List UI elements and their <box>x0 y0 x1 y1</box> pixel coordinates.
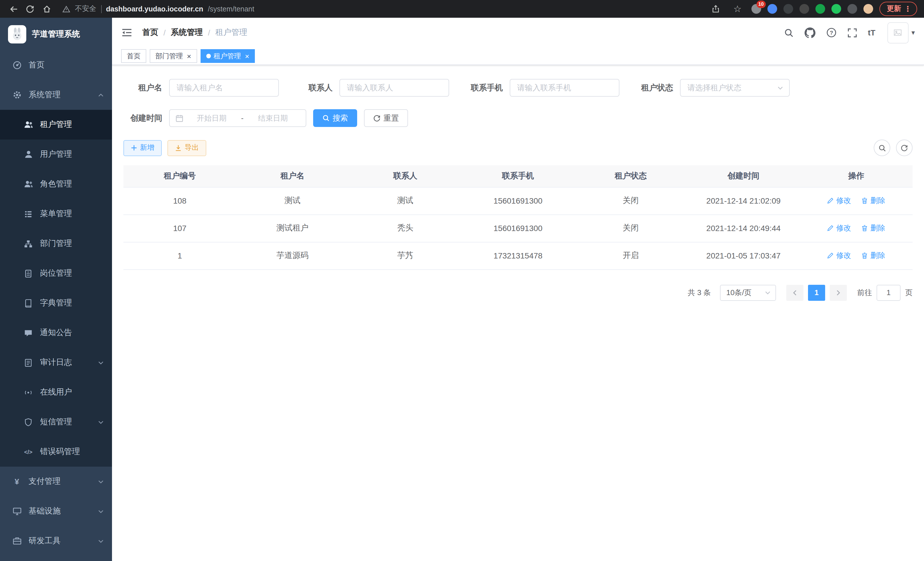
browser-actions: ☆ 10 更新 ⋮ <box>708 1 918 17</box>
edit-button[interactable]: 修改 <box>827 223 851 233</box>
close-icon[interactable]: × <box>187 52 191 60</box>
column-contact: 联系人 <box>349 165 462 187</box>
caret-down-icon: ▾ <box>911 29 915 37</box>
sidebar-item-role-management[interactable]: 角色管理 <box>0 169 112 199</box>
extension-icon[interactable] <box>831 4 841 14</box>
tree-table-icon <box>23 209 33 219</box>
cell-phone: 15601691300 <box>462 187 574 214</box>
prev-page-button[interactable] <box>786 284 803 301</box>
page-size-select[interactable]: 10条/页 <box>720 284 776 301</box>
delete-button[interactable]: 删除 <box>861 196 885 206</box>
export-button[interactable]: 导出 <box>167 140 206 156</box>
github-icon[interactable] <box>805 27 816 38</box>
sidebar-item-user-management[interactable]: 用户管理 <box>0 140 112 169</box>
page-unit-label: 页 <box>905 287 913 298</box>
active-tab-dot <box>206 54 211 58</box>
avatar <box>887 22 909 43</box>
sidebar-item-dev-tools[interactable]: 研发工具 <box>0 526 112 556</box>
tenant-name-input[interactable] <box>169 79 279 97</box>
sidebar-item-audit-log[interactable]: 审计日志 <box>0 348 112 378</box>
breadcrumb-tenant-management: 租户管理 <box>215 27 248 38</box>
extension-icon[interactable]: 10 <box>752 4 761 14</box>
page-number-button[interactable]: 1 <box>808 284 825 301</box>
sidebar-item-dept-management[interactable]: 部门管理 <box>0 229 112 259</box>
sidebar-item-dict-management[interactable]: 字典管理 <box>0 288 112 318</box>
breadcrumb-home[interactable]: 首页 <box>142 27 158 38</box>
next-page-button[interactable] <box>830 284 847 301</box>
home-icon[interactable] <box>39 1 54 17</box>
help-icon[interactable]: ? <box>826 27 837 38</box>
plus-icon <box>131 145 137 151</box>
update-button[interactable]: 更新 ⋮ <box>879 2 917 16</box>
chevron-down-icon <box>98 538 104 544</box>
sidebar-item-tenant-management[interactable]: 租户管理 <box>0 110 112 140</box>
chevron-down-icon <box>98 478 104 485</box>
goto-page-input[interactable] <box>877 284 901 301</box>
extension-icon[interactable] <box>767 4 777 14</box>
edit-button[interactable]: 修改 <box>827 196 851 206</box>
sidebar-item-infrastructure[interactable]: 基础设施 <box>0 496 112 526</box>
table-toolbar: 新增 导出 <box>123 140 913 156</box>
chevron-left-icon <box>791 289 798 296</box>
cell-tenant-name: 测试租户 <box>236 214 349 242</box>
extension-puzzle-icon[interactable] <box>848 4 857 14</box>
table-row: 107 测试租户 秃头 15601691300 关闭 2021-12-14 20… <box>123 214 913 242</box>
reset-button[interactable]: 重置 <box>364 109 408 127</box>
sidebar-toggle-icon[interactable] <box>121 26 134 39</box>
cell-phone: 15601691300 <box>462 214 574 242</box>
code-icon: </> <box>23 447 33 457</box>
toggle-search-button[interactable] <box>874 140 890 156</box>
sidebar-item-payment-management[interactable]: ¥ 支付管理 <box>0 467 112 496</box>
sidebar-item-online-users[interactable]: 在线用户 <box>0 378 112 407</box>
date-range-picker[interactable]: 开始日期 - 结束日期 <box>169 109 306 127</box>
sidebar-item-notice[interactable]: 通知公告 <box>0 318 112 348</box>
browser-menu-icon[interactable]: ⋮ <box>904 5 911 13</box>
refresh-table-button[interactable] <box>896 140 913 156</box>
search-button[interactable]: 搜索 <box>313 109 357 127</box>
address-bar[interactable]: 不安全 dashboard.yudao.iocoder.cn/system/te… <box>62 4 707 14</box>
sidebar-item-menu-management[interactable]: 菜单管理 <box>0 199 112 229</box>
sidebar-item-post-management[interactable]: 岗位管理 <box>0 259 112 288</box>
tab-tenant-management[interactable]: 租户管理 × <box>200 49 255 63</box>
trash-icon <box>861 252 868 259</box>
delete-button[interactable]: 删除 <box>861 223 885 233</box>
cell-tenant-id: 107 <box>123 214 236 242</box>
delete-button[interactable]: 删除 <box>861 250 885 261</box>
filter-row-1: 租户名 联系人 联系手机 租户状态 请选择租户状态 <box>123 79 913 97</box>
phone-input[interactable] <box>510 79 620 97</box>
close-icon[interactable]: × <box>245 52 249 60</box>
sidebar-item-home[interactable]: 首页 <box>0 50 112 80</box>
chevron-down-icon <box>765 289 771 296</box>
back-icon[interactable] <box>6 1 21 17</box>
signal-icon <box>23 387 33 397</box>
search-icon[interactable] <box>783 27 795 38</box>
contact-input[interactable] <box>339 79 449 97</box>
edit-button[interactable]: 修改 <box>827 250 851 261</box>
reload-icon[interactable] <box>22 1 38 17</box>
tab-home[interactable]: 首页 <box>121 49 146 63</box>
share-icon[interactable] <box>708 1 723 17</box>
date-end-placeholder: 结束日期 <box>246 113 300 123</box>
font-size-icon[interactable]: tT <box>868 27 875 38</box>
profile-avatar[interactable] <box>863 4 873 14</box>
bookmark-star-icon[interactable]: ☆ <box>730 1 745 17</box>
pagination: 共 3 条 10条/页 1 前往 <box>123 284 913 301</box>
tab-dept-management[interactable]: 部门管理 × <box>150 49 197 63</box>
user-menu[interactable]: ▾ <box>887 22 915 43</box>
add-button[interactable]: 新增 <box>123 140 162 156</box>
cell-contact: 测试 <box>349 187 462 214</box>
svg-text:?: ? <box>830 30 833 36</box>
fullscreen-icon[interactable] <box>847 27 858 38</box>
sidebar-item-error-code-management[interactable]: </> 错误码管理 <box>0 437 112 467</box>
extension-icon[interactable] <box>815 4 825 14</box>
breadcrumb-system-management[interactable]: 系统管理 <box>171 27 203 38</box>
sidebar-item-sms-management[interactable]: 短信管理 <box>0 407 112 437</box>
sidebar-item-system-management[interactable]: 系统管理 <box>0 80 112 110</box>
page-content: 租户名 联系人 联系手机 租户状态 请选择租户状态 <box>112 65 924 561</box>
status-select[interactable]: 请选择租户状态 <box>680 79 790 97</box>
extension-icon[interactable] <box>783 4 793 14</box>
extension-icon[interactable] <box>800 4 809 14</box>
column-actions: 操作 <box>800 165 913 187</box>
org-tree-icon <box>23 239 33 248</box>
app-logo[interactable]: 芋道管理系统 <box>0 18 112 50</box>
